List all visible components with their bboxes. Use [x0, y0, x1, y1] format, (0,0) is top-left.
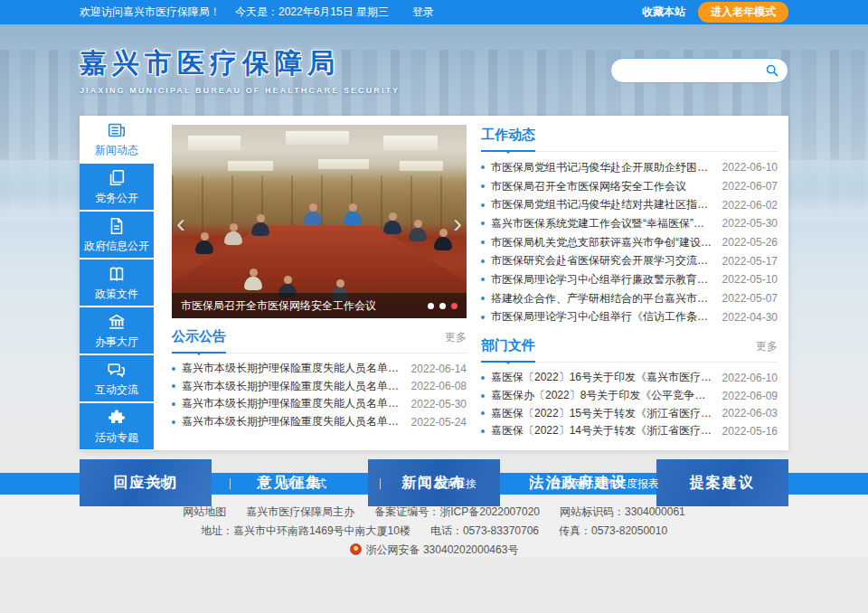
notice-item[interactable]: 嘉兴市本级长期护理保险重度失能人员名单公示（2... 2022-05-24 — [172, 413, 467, 431]
work-item-title[interactable]: 市医保局理论学习中心组举行廉政警示教育专题学习... — [491, 272, 713, 288]
bullet-icon — [481, 203, 485, 207]
dept-list: 嘉医保〔2022〕16号关于印发《嘉兴市医疗保... 2022-06-10 嘉医… — [481, 369, 778, 439]
work-item-date: 2022-05-26 — [722, 236, 778, 249]
sidebar-item-label: 活动专题 — [95, 430, 138, 446]
work-item[interactable]: 嘉兴市医保系统党建工作会议暨“幸福医保”党建联... 2022-05-30 — [481, 214, 778, 233]
work-item-title[interactable]: 市医保局机关党总支部获评嘉兴市争创“建设清廉机... — [491, 235, 713, 250]
work-item[interactable]: 市医保局党组书记冯俊华赴企开展助企纾困活动 2022-06-10 — [481, 158, 778, 177]
bullet-icon — [481, 429, 485, 433]
footer-line1-segment[interactable]: 网站标识码：3304000061 — [560, 505, 685, 518]
notice-list: 嘉兴市本级长期护理保险重度失能人员名单公示（2... 2022-06-14 嘉兴… — [172, 360, 467, 430]
banner-label: 提案建议 — [690, 474, 755, 493]
footer-nav-item[interactable]: 政府网站工作年度报表 — [530, 476, 680, 492]
sidebar-item-interact[interactable]: 互动交流 — [80, 355, 154, 401]
work-item-title[interactable]: 市医保局理论学习中心组举行《信访工作条例》专题... — [491, 309, 713, 325]
work-item[interactable]: 搭建校企合作、产学研相结合的平台嘉兴市长期护理... 2022-05-07 — [481, 289, 778, 308]
puzzle-icon — [107, 408, 127, 428]
dept-item-title[interactable]: 嘉医保〔2022〕14号关于转发《浙江省医疗保... — [491, 423, 713, 439]
dept-item-title[interactable]: 嘉医保办〔2022〕8号关于印发《公平竞争审查... — [491, 388, 713, 403]
footer-nav-item[interactable]: 联系方式 — [230, 476, 380, 492]
work-item-title[interactable]: 嘉兴市医保系统党建工作会议暨“幸福医保”党建联... — [491, 216, 713, 231]
work-item[interactable]: 市医保局理论学习中心组举行《信访工作条例》专题... 2022-04-30 — [481, 308, 778, 327]
login-link[interactable]: 登录 — [412, 5, 434, 20]
notice-item-title[interactable]: 嘉兴市本级长期护理保险重度失能人员名单公示（2... — [182, 361, 402, 376]
work-item-title[interactable]: 市医保局党组书记冯俊华赴结对共建社区指导全国文... — [491, 197, 713, 212]
dept-item[interactable]: 嘉医保〔2022〕16号关于印发《嘉兴市医疗保... 2022-06-10 — [481, 369, 778, 387]
carousel-caption-bar: 市医保局召开全市医保网络安全工作会议 — [172, 293, 467, 318]
carousel-prev-icon[interactable] — [176, 210, 185, 237]
person-figure — [224, 231, 242, 245]
work-item-date: 2022-06-10 — [722, 161, 778, 174]
sidebar-item-label: 新闻动态 — [95, 143, 138, 158]
person-figure — [434, 237, 452, 250]
work-item[interactable]: 市医保局党组书记冯俊华赴结对共建社区指导全国文... 2022-06-02 — [481, 195, 778, 214]
work-list: 市医保局党组书记冯俊华赴企开展助企纾困活动 2022-06-10 市医保局召开全… — [481, 158, 778, 326]
dept-section-title: 部门文件 — [481, 337, 535, 363]
sidebar-item-label: 党务公开 — [95, 191, 138, 206]
carousel-dot[interactable] — [451, 303, 458, 309]
work-item-date: 2022-05-30 — [722, 217, 778, 230]
bullet-icon — [481, 411, 485, 415]
footer-line2-segment: 电话：0573-83370706 — [430, 524, 539, 537]
sidebar-item-policy[interactable]: 政策文件 — [80, 259, 154, 306]
news-carousel[interactable]: 市医保局召开全市医保网络安全工作会议 — [172, 125, 467, 318]
hero-background: 嘉兴市医疗保障局 JIAXING MUNICIPAL BUREAU OF HEA… — [0, 24, 868, 450]
dept-item[interactable]: 嘉医保办〔2022〕8号关于印发《公平竞争审查... 2022-06-09 — [481, 387, 778, 405]
work-item[interactable]: 市医保局机关党总支部获评嘉兴市争创“建设清廉机... 2022-05-26 — [481, 233, 778, 252]
footer-nav-item[interactable]: 友情链接 — [380, 476, 530, 492]
work-item-title[interactable]: 搭建校企合作、产学研相结合的平台嘉兴市长期护理... — [491, 291, 713, 306]
work-item-title[interactable]: 市医保局召开全市医保网络安全工作会议 — [491, 179, 713, 194]
sidebar-item-hall[interactable]: 办事大厅 — [80, 307, 154, 354]
bullet-icon — [172, 402, 175, 406]
carousel-next-icon[interactable] — [453, 210, 462, 237]
work-item-date: 2022-05-07 — [722, 292, 778, 305]
notice-section-title: 公示公告 — [172, 328, 226, 354]
carousel-caption[interactable]: 市医保局召开全市医保网络安全工作会议 — [181, 298, 420, 314]
footer-line1-segment[interactable]: 备案证编号：浙ICP备2022007020 — [374, 505, 540, 518]
person-figure — [304, 212, 322, 225]
search-input[interactable] — [622, 64, 765, 77]
search-box[interactable] — [610, 58, 788, 83]
notice-item[interactable]: 嘉兴市本级长期护理保险重度失能人员名单公示（2... 2022-06-14 — [172, 360, 467, 378]
sidebar-item-label: 政府信息公开 — [84, 239, 149, 254]
security-record-link[interactable]: 浙公网安备 33040202000463号 — [366, 543, 519, 556]
chat-icon — [107, 360, 127, 380]
footer-nav-item[interactable]: 关于我们 — [80, 476, 230, 492]
footer-line1-segment[interactable]: 网站地图 — [183, 505, 226, 518]
search-icon[interactable] — [765, 63, 779, 78]
work-item[interactable]: 市医保局召开全市医保网络安全工作会议 2022-06-07 — [481, 177, 778, 196]
notice-item-date: 2022-05-24 — [411, 416, 467, 429]
sidebar-item-activity[interactable]: 活动专题 — [80, 403, 154, 449]
notice-item-title[interactable]: 嘉兴市本级长期护理保险重度失能人员名单公示（2... — [182, 414, 402, 429]
bullet-icon — [481, 222, 485, 225]
dept-item-title[interactable]: 嘉医保〔2022〕15号关于转发《浙江省医疗保... — [491, 406, 713, 421]
work-item[interactable]: 市医保局理论学习中心组举行廉政警示教育专题学习... 2022-05-10 — [481, 270, 778, 289]
notice-item-title[interactable]: 嘉兴市本级长期护理保险重度失能人员名单公示（2... — [182, 396, 402, 411]
notice-item[interactable]: 嘉兴市本级长期护理保险重度失能人员名单公示（2... 2022-06-08 — [172, 378, 467, 396]
footer-line1-segment[interactable]: 嘉兴市医疗保障局主办 — [246, 505, 354, 518]
work-item-title[interactable]: 市医保研究会赴省医保研究会开展学习交流活动 — [491, 253, 713, 269]
sidebar-item-gov-info[interactable]: 政府信息公开 — [80, 212, 154, 258]
dept-item[interactable]: 嘉医保〔2022〕14号关于转发《浙江省医疗保... 2022-05-16 — [481, 422, 778, 440]
notice-more-link[interactable]: 更多 — [445, 330, 467, 353]
dept-item[interactable]: 嘉医保〔2022〕15号关于转发《浙江省医疗保... 2022-06-03 — [481, 404, 778, 422]
sidebar-item-news[interactable]: 新闻动态 — [80, 116, 154, 162]
bullet-icon — [481, 376, 485, 380]
work-item-title[interactable]: 市医保局党组书记冯俊华赴企开展助企纾困活动 — [491, 160, 713, 175]
dept-more-link[interactable]: 更多 — [756, 339, 778, 362]
notice-item-title[interactable]: 嘉兴市本级长期护理保险重度失能人员名单公示（2... — [182, 379, 402, 394]
dept-item-date: 2022-06-09 — [722, 390, 778, 402]
work-item-date: 2022-05-10 — [722, 273, 778, 286]
notice-item[interactable]: 嘉兴市本级长期护理保险重度失能人员名单公示（2... 2022-05-30 — [172, 395, 467, 413]
site-logo: 嘉兴市医疗保障局 JIAXING MUNICIPAL BUREAU OF HEA… — [80, 45, 400, 95]
sidebar-item-party[interactable]: 党务公开 — [80, 164, 154, 210]
dept-item-title[interactable]: 嘉医保〔2022〕16号关于印发《嘉兴市医疗保... — [491, 370, 713, 385]
bookmark-site-link[interactable]: 收藏本站 — [642, 5, 685, 20]
main-content-card: 新闻动态 党务公开 政府信息公开 政策文件 — [80, 116, 788, 450]
elder-mode-button[interactable]: 进入老年模式 — [698, 2, 788, 23]
work-item[interactable]: 市医保研究会赴省医保研究会开展学习交流活动 2022-05-17 — [481, 251, 778, 270]
carousel-dot[interactable] — [428, 303, 434, 309]
carousel-dot[interactable] — [439, 303, 446, 309]
bullet-icon — [481, 259, 485, 263]
pages-icon — [107, 168, 127, 188]
